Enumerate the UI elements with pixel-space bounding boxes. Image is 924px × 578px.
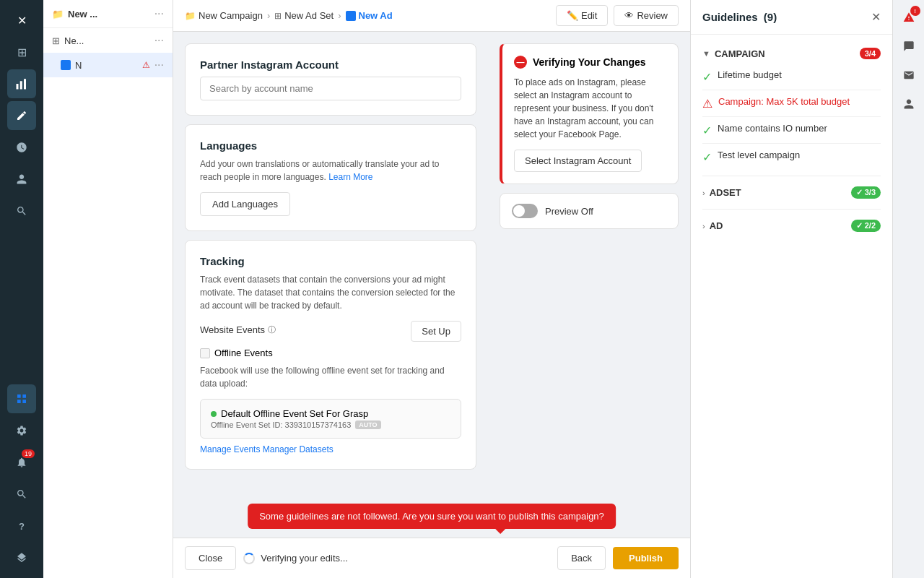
divider-2 [702,209,881,210]
top-bar: 📁 New Campaign › ⊞ New Ad Set › New Ad ✏… [173,0,690,32]
learn-more-link[interactable]: Learn More [328,172,372,182]
agent-rsb-icon[interactable] [897,92,920,116]
divider-1 [702,176,881,176]
close-window-button[interactable]: ✕ [7,6,36,35]
add-languages-button[interactable]: Add Languages [200,192,290,216]
ad-label: N [75,60,138,71]
manage-datasets-link[interactable]: Manage Events Manager Datasets [200,444,334,454]
nav-panel-header: 📁 New ... ··· [43,0,173,28]
review-eye-icon: 👁 [624,10,634,21]
offline-event-card: Default Offline Event Set For Grasp Offl… [200,399,461,439]
offline-events-desc: Facebook will use the following offline … [200,364,461,390]
offline-event-sub: Offline Event Set ID: 339310157374163 AU… [211,420,450,429]
setup-button[interactable]: Set Up [411,321,461,342]
check-icon-1: ✓ [702,70,712,84]
guideline-max-budget: ⚠ Campaign: Max 5K total budget [702,90,881,117]
comment-rsb-icon[interactable] [897,35,920,58]
edit-button[interactable]: ✏️ Edit [556,5,608,26]
campaign-bc-icon: 📁 [185,11,196,21]
website-events-row: Website Events ⓘ Set Up [200,321,461,342]
nav-item-adset[interactable]: ⊞ Ne... ··· [43,28,173,53]
review-label: Review [637,10,668,21]
ad-chevron-icon: › [702,222,705,230]
campaign-bc-label: New Campaign [199,10,263,21]
close-button[interactable]: Close [185,546,236,570]
campaign-chevron-icon: ▼ [702,49,710,58]
guideline-test-text: Test level campaign [718,150,800,160]
grid2-nav-icon[interactable] [7,384,36,413]
verifying-text: Verifying your edits... [261,553,348,564]
grid-nav-icon[interactable]: ⊞ [7,38,36,66]
guidelines-close-button[interactable]: ✕ [871,10,881,24]
ad-section-header[interactable]: › AD ✓ 2/2 [702,215,881,236]
question-nav-icon[interactable]: ? [7,512,36,540]
preview-label: Preview Off [545,206,593,217]
error-icon-budget: ⚠ [702,97,712,111]
tracking-desc: Track event datasets that contain the co… [200,273,461,312]
top-bar-actions: ✏️ Edit 👁 Review [556,5,679,26]
editor-panel: Partner Instagram Account Languages Add … [173,32,488,538]
chart-nav-icon[interactable] [7,69,36,98]
left-sidebar: ✕ ⊞ 19 ? [0,0,43,578]
breadcrumb-campaign[interactable]: 📁 New Campaign [185,10,263,21]
verify-title: — Verifying Your Changes [514,56,666,69]
guidelines-title: Guidelines (9) [702,11,777,23]
nav-item-ad[interactable]: N ⚠ ··· [43,53,173,77]
verify-desc: To place ads on Instagram, please select… [514,76,666,141]
search-nav-icon[interactable] [7,197,36,225]
right-panel: — Verifying Your Changes To place ads on… [488,32,690,538]
review-button[interactable]: 👁 Review [614,5,679,26]
guideline-test-campaign: ✓ Test level campaign [702,144,881,170]
languages-desc-text: Add your own translations or automatical… [200,159,440,182]
event-id-text: Offline Event Set ID: 339310157374163 [211,420,351,429]
adset-bc-label: New Ad Set [284,10,334,21]
offline-events-row: Offline Events [200,348,461,358]
alert-rsb-icon[interactable]: ! [897,6,920,29]
message-rsb-icon[interactable] [897,64,920,87]
tracking-title: Tracking [200,255,461,267]
ad-warning-icon: ⚠ [142,60,150,70]
person-nav-icon[interactable] [7,165,36,194]
event-name-text: Default Offline Event Set For Grasp [221,408,368,419]
nav-header-dots[interactable]: ··· [154,7,164,20]
breadcrumb-adset[interactable]: ⊞ New Ad Set [274,10,334,21]
adset-section-header[interactable]: › ADSET ✓ 3/3 [702,182,881,203]
breadcrumb-ad[interactable]: New Ad [346,10,393,21]
edit-pencil-icon: ✏️ [567,10,578,21]
guidelines-header: Guidelines (9) ✕ [691,0,892,35]
campaign-section-header[interactable]: ▼ CAMPAIGN 3/4 [702,43,881,64]
website-events-text: Website Events [200,324,265,335]
ad-dots[interactable]: ··· [154,59,164,72]
auto-badge: AUTO [355,420,380,429]
error-circle-icon: — [514,56,527,69]
account-search-input[interactable] [200,77,461,100]
folder-icon: 📁 [52,9,64,20]
green-dot-icon [211,411,217,417]
adset-label: Ne... [64,35,150,46]
campaign-section-label: CAMPAIGN [715,48,855,59]
offline-events-checkbox[interactable] [200,348,210,358]
campaign-section-badge: 3/4 [860,48,881,59]
ad-section-label: AD [710,220,847,231]
back-button[interactable]: Back [557,546,606,570]
adset-section-label: ADSET [710,187,847,198]
settings-nav-icon[interactable] [7,416,36,445]
edit-nav-icon[interactable] [7,101,36,130]
alert-rsb-badge: ! [910,6,920,16]
nav-header-label: New ... [68,9,97,20]
select-instagram-button[interactable]: Select Instagram Account [514,150,642,172]
clock-nav-icon[interactable] [7,133,36,162]
footer-bar: Close Verifying your edits... Back Publi… [173,538,690,578]
layers-nav-icon[interactable] [7,543,36,572]
preview-toggle[interactable] [512,204,538,218]
preview-card: Preview Off [500,193,679,229]
guidelines-count: (9) [764,11,777,23]
publish-button[interactable]: Publish [613,547,679,569]
guideline-io-number: ✓ Name contains IO number [702,117,881,144]
languages-card: Languages Add your own translations or a… [185,124,476,231]
check-icon-3: ✓ [702,150,712,164]
adset-dots[interactable]: ··· [154,34,164,47]
search2-nav-icon[interactable] [7,480,36,509]
bell-nav-icon[interactable]: 19 [7,448,36,477]
ad-section-badge: ✓ 2/2 [851,220,881,232]
